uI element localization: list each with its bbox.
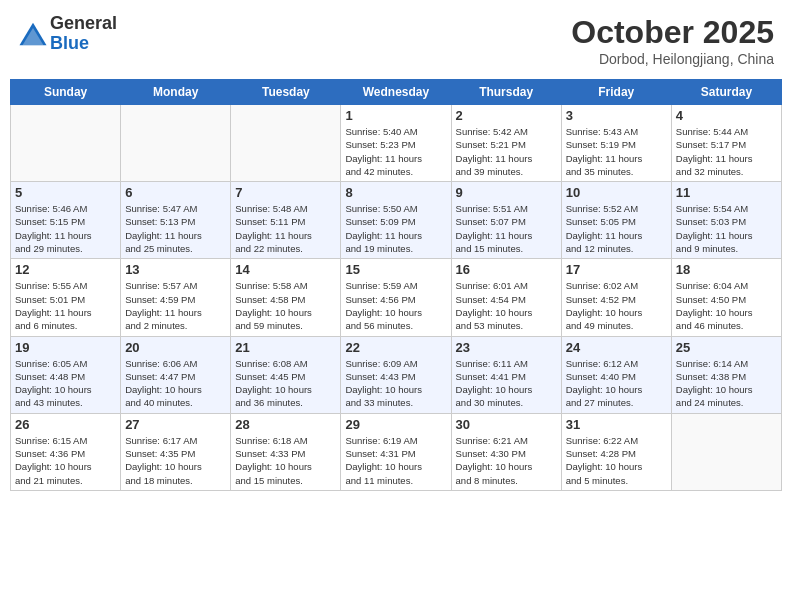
table-row: 26Sunrise: 6:15 AM Sunset: 4:36 PM Dayli… <box>11 413 121 490</box>
calendar-week-row: 5Sunrise: 5:46 AM Sunset: 5:15 PM Daylig… <box>11 182 782 259</box>
day-info: Sunrise: 5:50 AM Sunset: 5:09 PM Dayligh… <box>345 202 446 255</box>
day-info: Sunrise: 6:19 AM Sunset: 4:31 PM Dayligh… <box>345 434 446 487</box>
day-info: Sunrise: 6:22 AM Sunset: 4:28 PM Dayligh… <box>566 434 667 487</box>
day-number: 4 <box>676 108 777 123</box>
logo-general: General <box>50 14 117 34</box>
weekday-friday: Friday <box>561 80 671 105</box>
weekday-saturday: Saturday <box>671 80 781 105</box>
table-row: 4Sunrise: 5:44 AM Sunset: 5:17 PM Daylig… <box>671 105 781 182</box>
day-number: 8 <box>345 185 446 200</box>
day-number: 18 <box>676 262 777 277</box>
day-info: Sunrise: 6:08 AM Sunset: 4:45 PM Dayligh… <box>235 357 336 410</box>
calendar-header: Sunday Monday Tuesday Wednesday Thursday… <box>11 80 782 105</box>
logo-icon <box>18 19 48 49</box>
day-number: 19 <box>15 340 116 355</box>
day-number: 24 <box>566 340 667 355</box>
calendar-body: 1Sunrise: 5:40 AM Sunset: 5:23 PM Daylig… <box>11 105 782 491</box>
day-info: Sunrise: 5:43 AM Sunset: 5:19 PM Dayligh… <box>566 125 667 178</box>
day-number: 28 <box>235 417 336 432</box>
day-number: 15 <box>345 262 446 277</box>
day-number: 27 <box>125 417 226 432</box>
day-info: Sunrise: 5:58 AM Sunset: 4:58 PM Dayligh… <box>235 279 336 332</box>
day-info: Sunrise: 5:59 AM Sunset: 4:56 PM Dayligh… <box>345 279 446 332</box>
day-number: 3 <box>566 108 667 123</box>
page-header: General Blue October 2025 Dorbod, Heilon… <box>10 10 782 71</box>
weekday-sunday: Sunday <box>11 80 121 105</box>
table-row: 12Sunrise: 5:55 AM Sunset: 5:01 PM Dayli… <box>11 259 121 336</box>
table-row <box>671 413 781 490</box>
calendar-week-row: 26Sunrise: 6:15 AM Sunset: 4:36 PM Dayli… <box>11 413 782 490</box>
logo-blue: Blue <box>50 34 117 54</box>
day-info: Sunrise: 6:21 AM Sunset: 4:30 PM Dayligh… <box>456 434 557 487</box>
day-info: Sunrise: 5:44 AM Sunset: 5:17 PM Dayligh… <box>676 125 777 178</box>
day-info: Sunrise: 5:42 AM Sunset: 5:21 PM Dayligh… <box>456 125 557 178</box>
table-row: 28Sunrise: 6:18 AM Sunset: 4:33 PM Dayli… <box>231 413 341 490</box>
table-row: 16Sunrise: 6:01 AM Sunset: 4:54 PM Dayli… <box>451 259 561 336</box>
table-row: 6Sunrise: 5:47 AM Sunset: 5:13 PM Daylig… <box>121 182 231 259</box>
day-info: Sunrise: 5:47 AM Sunset: 5:13 PM Dayligh… <box>125 202 226 255</box>
table-row <box>11 105 121 182</box>
weekday-monday: Monday <box>121 80 231 105</box>
table-row: 14Sunrise: 5:58 AM Sunset: 4:58 PM Dayli… <box>231 259 341 336</box>
calendar-week-row: 12Sunrise: 5:55 AM Sunset: 5:01 PM Dayli… <box>11 259 782 336</box>
table-row: 15Sunrise: 5:59 AM Sunset: 4:56 PM Dayli… <box>341 259 451 336</box>
weekday-thursday: Thursday <box>451 80 561 105</box>
day-number: 23 <box>456 340 557 355</box>
day-number: 9 <box>456 185 557 200</box>
day-info: Sunrise: 5:51 AM Sunset: 5:07 PM Dayligh… <box>456 202 557 255</box>
day-info: Sunrise: 5:48 AM Sunset: 5:11 PM Dayligh… <box>235 202 336 255</box>
day-number: 13 <box>125 262 226 277</box>
table-row: 29Sunrise: 6:19 AM Sunset: 4:31 PM Dayli… <box>341 413 451 490</box>
day-info: Sunrise: 6:18 AM Sunset: 4:33 PM Dayligh… <box>235 434 336 487</box>
day-number: 11 <box>676 185 777 200</box>
day-number: 31 <box>566 417 667 432</box>
table-row: 17Sunrise: 6:02 AM Sunset: 4:52 PM Dayli… <box>561 259 671 336</box>
table-row: 18Sunrise: 6:04 AM Sunset: 4:50 PM Dayli… <box>671 259 781 336</box>
month-title: October 2025 <box>571 14 774 51</box>
day-number: 30 <box>456 417 557 432</box>
table-row: 2Sunrise: 5:42 AM Sunset: 5:21 PM Daylig… <box>451 105 561 182</box>
calendar-week-row: 19Sunrise: 6:05 AM Sunset: 4:48 PM Dayli… <box>11 336 782 413</box>
calendar-week-row: 1Sunrise: 5:40 AM Sunset: 5:23 PM Daylig… <box>11 105 782 182</box>
day-number: 5 <box>15 185 116 200</box>
day-number: 29 <box>345 417 446 432</box>
table-row: 21Sunrise: 6:08 AM Sunset: 4:45 PM Dayli… <box>231 336 341 413</box>
table-row: 27Sunrise: 6:17 AM Sunset: 4:35 PM Dayli… <box>121 413 231 490</box>
title-section: October 2025 Dorbod, Heilongjiang, China <box>571 14 774 67</box>
table-row: 19Sunrise: 6:05 AM Sunset: 4:48 PM Dayli… <box>11 336 121 413</box>
day-number: 7 <box>235 185 336 200</box>
table-row: 22Sunrise: 6:09 AM Sunset: 4:43 PM Dayli… <box>341 336 451 413</box>
table-row: 23Sunrise: 6:11 AM Sunset: 4:41 PM Dayli… <box>451 336 561 413</box>
day-number: 6 <box>125 185 226 200</box>
table-row <box>121 105 231 182</box>
day-number: 1 <box>345 108 446 123</box>
day-info: Sunrise: 5:55 AM Sunset: 5:01 PM Dayligh… <box>15 279 116 332</box>
day-info: Sunrise: 5:46 AM Sunset: 5:15 PM Dayligh… <box>15 202 116 255</box>
table-row: 25Sunrise: 6:14 AM Sunset: 4:38 PM Dayli… <box>671 336 781 413</box>
weekday-wednesday: Wednesday <box>341 80 451 105</box>
day-number: 20 <box>125 340 226 355</box>
table-row: 9Sunrise: 5:51 AM Sunset: 5:07 PM Daylig… <box>451 182 561 259</box>
table-row: 13Sunrise: 5:57 AM Sunset: 4:59 PM Dayli… <box>121 259 231 336</box>
day-info: Sunrise: 6:11 AM Sunset: 4:41 PM Dayligh… <box>456 357 557 410</box>
table-row: 31Sunrise: 6:22 AM Sunset: 4:28 PM Dayli… <box>561 413 671 490</box>
day-info: Sunrise: 6:12 AM Sunset: 4:40 PM Dayligh… <box>566 357 667 410</box>
day-info: Sunrise: 6:02 AM Sunset: 4:52 PM Dayligh… <box>566 279 667 332</box>
table-row <box>231 105 341 182</box>
table-row: 7Sunrise: 5:48 AM Sunset: 5:11 PM Daylig… <box>231 182 341 259</box>
table-row: 11Sunrise: 5:54 AM Sunset: 5:03 PM Dayli… <box>671 182 781 259</box>
table-row: 30Sunrise: 6:21 AM Sunset: 4:30 PM Dayli… <box>451 413 561 490</box>
day-info: Sunrise: 6:04 AM Sunset: 4:50 PM Dayligh… <box>676 279 777 332</box>
day-number: 21 <box>235 340 336 355</box>
day-number: 17 <box>566 262 667 277</box>
table-row: 1Sunrise: 5:40 AM Sunset: 5:23 PM Daylig… <box>341 105 451 182</box>
table-row: 8Sunrise: 5:50 AM Sunset: 5:09 PM Daylig… <box>341 182 451 259</box>
day-info: Sunrise: 6:09 AM Sunset: 4:43 PM Dayligh… <box>345 357 446 410</box>
table-row: 3Sunrise: 5:43 AM Sunset: 5:19 PM Daylig… <box>561 105 671 182</box>
day-number: 25 <box>676 340 777 355</box>
day-info: Sunrise: 6:05 AM Sunset: 4:48 PM Dayligh… <box>15 357 116 410</box>
weekday-header-row: Sunday Monday Tuesday Wednesday Thursday… <box>11 80 782 105</box>
day-number: 12 <box>15 262 116 277</box>
day-number: 22 <box>345 340 446 355</box>
logo: General Blue <box>18 14 117 54</box>
